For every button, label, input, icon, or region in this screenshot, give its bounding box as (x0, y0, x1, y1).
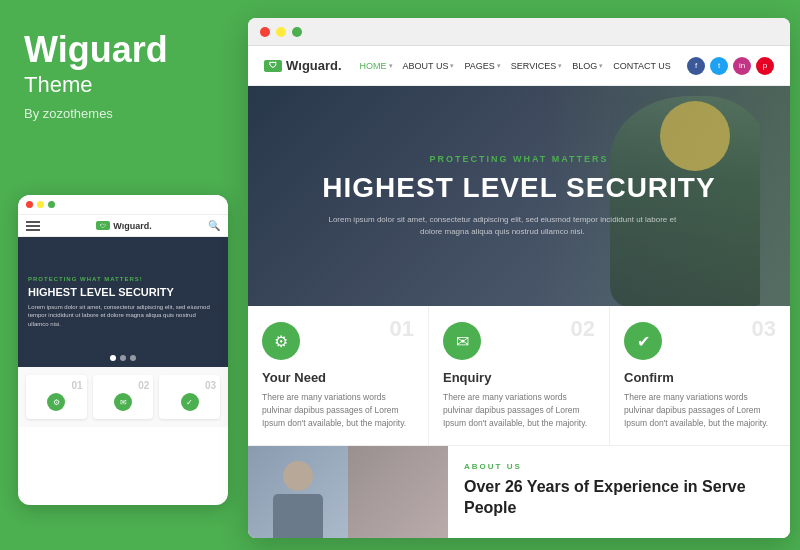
mobile-card-1: 01 ⚙ (26, 375, 87, 419)
hero-desc: Lorem ipsum dolor sit amet, consectetur … (322, 214, 682, 238)
nav-pages-arrow: ▾ (497, 62, 501, 70)
hero-sub-label: PROTECTING WHAT MATTERS (322, 154, 715, 164)
browser-dot-green (292, 27, 302, 37)
social-icon-instagram[interactable]: in (733, 57, 751, 75)
card-text-1: There are many variations words pulvinar… (262, 391, 414, 429)
nav-services-arrow: ▾ (558, 62, 562, 70)
mobile-dot-red (26, 201, 33, 208)
site-logo-text: Wıguard. (286, 58, 342, 73)
mobile-hero-sub: PROTECTING WHAT MATTERS! (28, 276, 218, 282)
service-card-3: 03 ✔ Confirm There are many variations w… (610, 306, 790, 445)
mobile-card-section: 01 ⚙ 02 ✉ 03 ✓ (18, 367, 228, 427)
card-number-2: 02 (571, 316, 595, 342)
card-icon-circle-1: ⚙ (262, 322, 300, 360)
social-icon-twitter[interactable]: t (710, 57, 728, 75)
mobile-card-num-2: 02 (97, 380, 150, 391)
nav-services[interactable]: SERVICES ▾ (511, 61, 562, 71)
mobile-nav: 🛡 Wıguard. 🔍 (18, 215, 228, 237)
mobile-topbar (18, 195, 228, 215)
browser-mockup: 🛡 Wıguard. HOME ▾ ABOUT US ▾ PAGES ▾ SER… (248, 18, 790, 538)
site-logo: 🛡 Wıguard. (264, 58, 342, 73)
mobile-hero-title: HIGHEST LEVEL SECURITY (28, 286, 218, 299)
service-card-1: 01 ⚙ Your Need There are many variations… (248, 306, 429, 445)
mobile-card-num-3: 03 (163, 380, 216, 391)
mobile-logo-icon: 🛡 (96, 221, 110, 230)
browser-topbar (248, 18, 790, 46)
card-text-3: There are many variations words pulvinar… (624, 391, 776, 429)
site-nav-icons: f t in p (687, 57, 774, 75)
mobile-preview: 🛡 Wıguard. 🔍 PROTECTING WHAT MATTERS! HI… (18, 195, 228, 505)
nav-blog[interactable]: BLOG ▾ (572, 61, 603, 71)
card-icon-circle-2: ✉ (443, 322, 481, 360)
site-navbar: 🛡 Wıguard. HOME ▾ ABOUT US ▾ PAGES ▾ SER… (248, 46, 790, 86)
mobile-indicator-2[interactable] (120, 355, 126, 361)
card-title-3: Confirm (624, 370, 776, 385)
mobile-hero: PROTECTING WHAT MATTERS! HIGHEST LEVEL S… (18, 237, 228, 367)
social-icon-facebook[interactable]: f (687, 57, 705, 75)
left-panel: Wiguard Theme By zozothemes 🛡 Wıguard. 🔍 (0, 0, 240, 550)
nav-home[interactable]: HOME ▾ (360, 61, 393, 71)
mobile-card-icon-2: ✉ (114, 393, 132, 411)
card-title-1: Your Need (262, 370, 414, 385)
card-icon-2: ✉ (456, 332, 469, 351)
nav-pages[interactable]: PAGES ▾ (464, 61, 500, 71)
service-card-2: 02 ✉ Enquiry There are many variations w… (429, 306, 610, 445)
brand-by: By zozothemes (24, 106, 216, 121)
card-number-3: 03 (752, 316, 776, 342)
mobile-logo-text: Wıguard. (113, 221, 152, 231)
hero-content: PROTECTING WHAT MATTERS HIGHEST LEVEL SE… (322, 154, 715, 238)
brand-title: Wiguard (24, 30, 216, 70)
bottom-about: ABOUT US Over 26 Years of Experience in … (448, 446, 790, 538)
card-text-2: There are many variations words pulvinar… (443, 391, 595, 429)
mobile-dot-yellow (37, 201, 44, 208)
mobile-card-2: 02 ✉ (93, 375, 154, 419)
mobile-card-3: 03 ✓ (159, 375, 220, 419)
cards-section: 01 ⚙ Your Need There are many variations… (248, 306, 790, 445)
bottom-images (248, 446, 448, 538)
browser-dot-yellow (276, 27, 286, 37)
bottom-image-right (348, 446, 448, 538)
card-icon-circle-3: ✔ (624, 322, 662, 360)
nav-about[interactable]: ABOUT US ▾ (403, 61, 455, 71)
nav-blog-arrow: ▾ (599, 62, 603, 70)
bottom-image-left (248, 446, 348, 538)
about-title: Over 26 Years of Experience in Serve Peo… (464, 477, 774, 519)
mobile-card-num-1: 01 (30, 380, 83, 391)
mobile-indicators (110, 355, 136, 361)
site-nav-links: HOME ▾ ABOUT US ▾ PAGES ▾ SERVICES ▾ BLO… (360, 61, 677, 71)
mobile-indicator-3[interactable] (130, 355, 136, 361)
about-label: ABOUT US (464, 462, 774, 471)
nav-contact[interactable]: CONTACT US (613, 61, 671, 71)
card-icon-1: ⚙ (274, 332, 288, 351)
social-icon-pinterest[interactable]: p (756, 57, 774, 75)
card-title-2: Enquiry (443, 370, 595, 385)
mobile-card-icon-1: ⚙ (47, 393, 65, 411)
mobile-dot-green (48, 201, 55, 208)
mobile-card-icon-3: ✓ (181, 393, 199, 411)
mobile-dots (26, 201, 55, 208)
browser-dot-red (260, 27, 270, 37)
card-icon-3: ✔ (637, 332, 650, 351)
bottom-section: ABOUT US Over 26 Years of Experience in … (248, 445, 790, 538)
nav-home-arrow: ▾ (389, 62, 393, 70)
mobile-search-icon[interactable]: 🔍 (208, 220, 220, 231)
nav-about-arrow: ▾ (450, 62, 454, 70)
brand-subtitle: Theme (24, 72, 216, 98)
card-number-1: 01 (390, 316, 414, 342)
site-logo-icon: 🛡 (264, 60, 282, 72)
hero-main-title: HIGHEST LEVEL SECURITY (322, 172, 715, 204)
mobile-indicator-1[interactable] (110, 355, 116, 361)
site-hero: PROTECTING WHAT MATTERS HIGHEST LEVEL SE… (248, 86, 790, 306)
mobile-logo: 🛡 Wıguard. (96, 221, 152, 231)
mobile-hero-text: Lorem ipsum dolor sit amet, consectetur … (28, 303, 218, 328)
mobile-hamburger-icon[interactable] (26, 221, 40, 231)
